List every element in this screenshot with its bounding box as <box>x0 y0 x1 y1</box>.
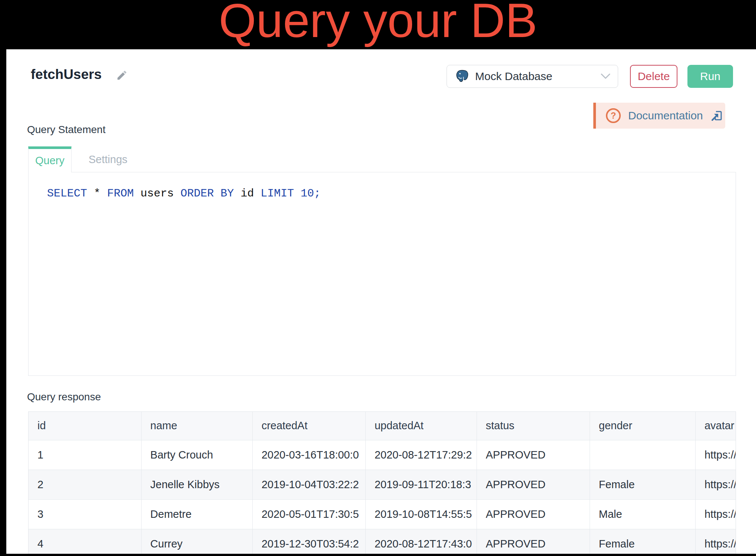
cell-name: Barty Crouch <box>141 440 252 470</box>
column-header-status: status <box>477 412 590 440</box>
cell-gender: Female <box>590 529 695 554</box>
cell-avatar: https:// <box>695 440 736 470</box>
sql-token: 10; <box>301 187 321 200</box>
table-body: 1Barty Crouch2020-03-16T18:00:02020-08-1… <box>29 440 736 554</box>
cell-gender: Male <box>590 499 695 529</box>
sql-code-line[interactable]: SELECT * FROM users ORDER BY id LIMIT 10… <box>29 172 736 200</box>
cell-id: 3 <box>29 499 141 529</box>
query-response-table-wrapper: idnamecreatedAtupdatedAtstatusgenderavat… <box>28 411 736 554</box>
cell-gender <box>590 440 695 470</box>
column-header-id: id <box>29 412 141 440</box>
app-window: fetchUsers Mock Database Delete Run ? Do… <box>6 49 756 554</box>
cell-name: Currey <box>141 529 252 554</box>
sql-token: SELECT <box>47 187 87 200</box>
column-header-name: name <box>141 412 252 440</box>
database-selector-value: Mock Database <box>475 70 552 83</box>
query-name-title: fetchUsers <box>31 67 102 82</box>
cell-status: APPROVED <box>477 529 590 554</box>
column-header-updatedAt: updatedAt <box>365 412 477 440</box>
cell-avatar: https:// <box>695 529 736 554</box>
question-circle-icon: ? <box>606 108 621 123</box>
cell-createdAt: 2020-03-16T18:00:0 <box>252 440 365 470</box>
column-header-avatar: avatar <box>695 412 736 440</box>
table-row: 4Currey2019-12-30T03:54:22020-08-12T17:4… <box>29 529 736 554</box>
cell-id: 4 <box>29 529 141 554</box>
column-header-createdAt: createdAt <box>252 412 365 440</box>
query-response-table: idnamecreatedAtupdatedAtstatusgenderavat… <box>29 412 736 554</box>
top-banner: Query your DB <box>0 0 756 49</box>
cell-updatedAt: 2019-10-08T14:55:5 <box>365 499 477 529</box>
table-row: 1Barty Crouch2020-03-16T18:00:02020-08-1… <box>29 440 736 470</box>
documentation-accent-bar <box>593 103 596 129</box>
table-row: 2Jenelle Kibbys2019-10-04T03:22:22019-09… <box>29 470 736 499</box>
cell-gender: Female <box>590 470 695 499</box>
cell-createdAt: 2020-05-01T17:30:5 <box>252 499 365 529</box>
cell-avatar: https:// <box>695 499 736 529</box>
cell-updatedAt: 2020-08-12T17:29:2 <box>365 440 477 470</box>
documentation-label: Documentation <box>628 109 703 122</box>
page-title: Query your DB <box>0 0 756 44</box>
tab-query[interactable]: Query <box>28 146 72 172</box>
database-selector[interactable]: Mock Database <box>447 65 618 88</box>
run-button[interactable]: Run <box>687 65 733 88</box>
chevron-down-icon <box>601 73 610 79</box>
cell-updatedAt: 2019-09-11T20:18:3 <box>365 470 477 499</box>
column-header-gender: gender <box>590 412 695 440</box>
cell-status: APPROVED <box>477 440 590 470</box>
pencil-icon <box>116 69 128 81</box>
tab-settings[interactable]: Settings <box>72 146 145 172</box>
query-tabs: QuerySettings <box>28 146 145 172</box>
table-header-row: idnamecreatedAtupdatedAtstatusgenderavat… <box>29 412 736 440</box>
sql-token: LIMIT <box>261 187 294 200</box>
cell-avatar: https:// <box>695 470 736 499</box>
delete-button[interactable]: Delete <box>630 65 677 88</box>
sql-token: FROM <box>107 187 134 200</box>
external-link-icon <box>710 109 724 122</box>
cell-updatedAt: 2020-08-12T17:43:0 <box>365 529 477 554</box>
query-response-label: Query response <box>27 391 101 403</box>
sql-token: ORDER BY <box>180 187 234 200</box>
sql-token: users <box>134 187 180 200</box>
cell-name: Demetre <box>141 499 252 529</box>
sql-token <box>294 187 301 200</box>
sql-token: * <box>87 187 107 200</box>
documentation-link[interactable]: ? Documentation <box>593 103 725 129</box>
table-row: 3Demetre2020-05-01T17:30:52019-10-08T14:… <box>29 499 736 529</box>
query-statement-label: Query Statement <box>27 124 106 136</box>
cell-id: 1 <box>29 440 141 470</box>
sql-token: id <box>234 187 261 200</box>
sql-editor[interactable]: SELECT * FROM users ORDER BY id LIMIT 10… <box>28 172 736 376</box>
cell-status: APPROVED <box>477 470 590 499</box>
cell-createdAt: 2019-12-30T03:54:2 <box>252 529 365 554</box>
cell-createdAt: 2019-10-04T03:22:2 <box>252 470 365 499</box>
cell-id: 2 <box>29 470 141 499</box>
edit-query-name-button[interactable] <box>116 69 128 81</box>
postgresql-icon <box>454 69 469 84</box>
cell-name: Jenelle Kibbys <box>141 470 252 499</box>
cell-status: APPROVED <box>477 499 590 529</box>
